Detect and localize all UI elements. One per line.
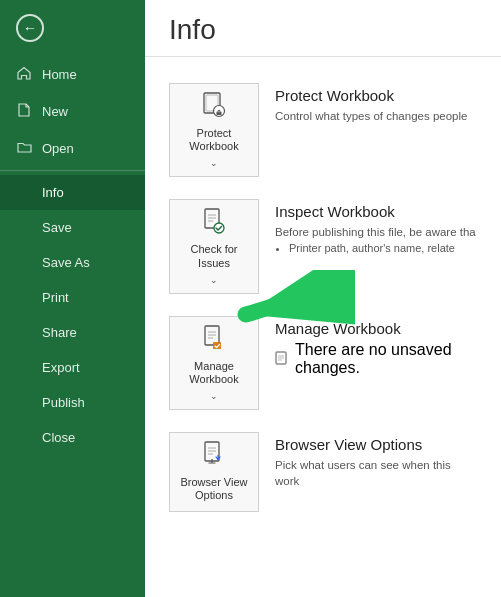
- sidebar-item-print-label: Print: [42, 290, 69, 305]
- sidebar-item-print[interactable]: Print: [0, 280, 145, 315]
- sidebar-item-save[interactable]: Save: [0, 210, 145, 245]
- inspect-workbook-heading: Inspect Workbook: [275, 203, 477, 220]
- sidebar-item-save-as-label: Save As: [42, 255, 90, 270]
- manage-workbook-heading: Manage Workbook: [275, 320, 477, 337]
- sidebar-item-home[interactable]: Home: [0, 56, 145, 93]
- sidebar-item-publish[interactable]: Publish: [0, 385, 145, 420]
- sidebar-nav: Home New Open Info: [0, 56, 145, 597]
- check-issues-chevron: ⌄: [210, 275, 218, 285]
- sidebar-item-export[interactable]: Export: [0, 350, 145, 385]
- browser-view-heading: Browser View Options: [275, 436, 477, 453]
- check-issues-button[interactable]: Check forIssues ⌄: [169, 199, 259, 293]
- manage-workbook-button[interactable]: ManageWorkbook ⌄: [169, 316, 259, 410]
- protect-workbook-label: ProtectWorkbook: [189, 127, 238, 153]
- sidebar-item-home-label: Home: [42, 67, 77, 82]
- home-icon: [16, 66, 32, 83]
- check-issues-info: Inspect Workbook Before publishing this …: [275, 199, 477, 254]
- protect-workbook-button[interactable]: ProtectWorkbook ⌄: [169, 83, 259, 177]
- protect-workbook-heading: Protect Workbook: [275, 87, 477, 104]
- inspect-workbook-list: Printer path, author's name, relate: [275, 242, 477, 254]
- manage-workbook-chevron: ⌄: [210, 391, 218, 401]
- protect-workbook-card: ProtectWorkbook ⌄ Protect Workbook Contr…: [165, 73, 481, 187]
- sidebar-item-close[interactable]: Close: [0, 420, 145, 455]
- sidebar-item-publish-label: Publish: [42, 395, 85, 410]
- protect-workbook-icon: [202, 92, 226, 122]
- sidebar-item-new[interactable]: New: [0, 93, 145, 130]
- sidebar-item-share[interactable]: Share: [0, 315, 145, 350]
- inspect-item-1: Printer path, author's name, relate: [289, 242, 477, 254]
- sidebar-item-info-label: Info: [42, 185, 64, 200]
- manage-workbook-card: ManageWorkbook ⌄ Manage Workbook There a…: [165, 306, 481, 420]
- sidebar-item-new-label: New: [42, 104, 68, 119]
- back-icon: ←: [16, 14, 44, 42]
- protect-workbook-info: Protect Workbook Control what types of c…: [275, 83, 477, 124]
- browser-view-info: Browser View Options Pick what users can…: [275, 432, 477, 489]
- sidebar-item-open[interactable]: Open: [0, 130, 145, 166]
- sidebar-item-save-label: Save: [42, 220, 72, 235]
- browser-view-button[interactable]: Browser ViewOptions: [169, 432, 259, 511]
- protect-workbook-chevron: ⌄: [210, 158, 218, 168]
- inspect-workbook-desc: Before publishing this file, be aware th…: [275, 224, 477, 240]
- main-content: Info ProtectWorkbook ⌄: [145, 0, 501, 597]
- browser-view-label: Browser ViewOptions: [180, 476, 247, 502]
- protect-workbook-desc: Control what types of changes people: [275, 108, 477, 124]
- check-issues-icon: [203, 208, 225, 238]
- browser-view-card: Browser ViewOptions Browser View Options…: [165, 422, 481, 521]
- browser-view-icon: [203, 441, 225, 471]
- sidebar-item-info[interactable]: Info: [0, 175, 145, 210]
- info-cards-list: ProtectWorkbook ⌄ Protect Workbook Contr…: [145, 57, 501, 538]
- open-folder-icon: [16, 140, 32, 156]
- manage-workbook-sub-icon: [275, 351, 289, 367]
- manage-workbook-label: ManageWorkbook: [189, 360, 238, 386]
- check-issues-label: Check forIssues: [190, 243, 237, 269]
- manage-workbook-nosave: There are no unsaved changes.: [295, 341, 477, 377]
- check-issues-card: Check forIssues ⌄ Inspect Workbook Befor…: [165, 189, 481, 303]
- sidebar: ← Home New: [0, 0, 145, 597]
- page-title: Info: [169, 14, 477, 46]
- browser-view-desc: Pick what users can see when this work: [275, 457, 477, 489]
- sidebar-item-close-label: Close: [42, 430, 75, 445]
- svg-rect-9: [213, 342, 221, 349]
- sidebar-divider: [0, 170, 145, 171]
- sidebar-item-share-label: Share: [42, 325, 77, 340]
- manage-workbook-icon: [203, 325, 225, 355]
- info-header: Info: [145, 0, 501, 57]
- manage-workbook-info: Manage Workbook There are no unsaved cha…: [275, 316, 477, 377]
- new-doc-icon: [16, 103, 32, 120]
- sidebar-item-export-label: Export: [42, 360, 80, 375]
- manage-workbook-sub: There are no unsaved changes.: [275, 341, 477, 377]
- back-button[interactable]: ←: [0, 0, 145, 56]
- sidebar-item-open-label: Open: [42, 141, 74, 156]
- sidebar-item-save-as[interactable]: Save As: [0, 245, 145, 280]
